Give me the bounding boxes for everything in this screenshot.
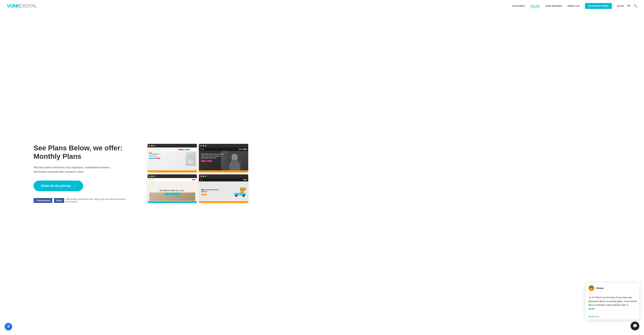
chat-icon: 💬 xyxy=(633,324,637,328)
nav-about-us[interactable]: ABOUT US xyxy=(568,5,580,7)
chat-body: 👋 Hi There! Let me know if you have any … xyxy=(586,293,639,313)
schedule-demo-button[interactable]: SCHEDULE DEMO xyxy=(585,3,612,9)
chat-reply-input[interactable] xyxy=(588,315,636,318)
chat-widget: 🧑 Vinnie 👋 Hi There! Let me know if you … xyxy=(586,283,639,330)
close-dot-3 xyxy=(149,176,150,177)
window-bar-3 xyxy=(148,174,197,178)
fb-share-button[interactable]: Share xyxy=(54,198,64,203)
sc4-body: 🏠ville Get Started Make your next movewi… xyxy=(199,178,248,203)
search-icon[interactable]: 🔍 xyxy=(634,4,637,8)
sc1-bottom: amanda@vonkdigital.com xyxy=(148,170,197,172)
screenshot-amanda-smith: Loans Pre-Qualify Calculator Loan Option… xyxy=(148,144,197,172)
logo-link[interactable]: VONKDIGITAL xyxy=(7,3,37,9)
close-dot-1 xyxy=(149,145,150,147)
hero-left: See Plans Below, we offer: Monthly Plans… xyxy=(34,144,134,203)
nav-pricing[interactable]: PRICING xyxy=(530,5,540,8)
window-bar-2 xyxy=(199,144,248,148)
nav-features[interactable]: FEATURES xyxy=(512,5,525,7)
sc3-headline: The Difference With Us, Is You... xyxy=(160,190,185,191)
minimize-dot-2 xyxy=(202,145,204,147)
cta-label: Show me the pricing xyxy=(41,184,70,188)
fb-icon: f xyxy=(36,199,36,202)
sc4-headline: Make your next movewith us. xyxy=(201,189,218,192)
svg-point-1 xyxy=(188,160,194,164)
screenshot-move: 🏠ville Get Started Make your next movewi… xyxy=(199,174,248,203)
hero-title: See Plans Below, we offer: Monthly Plans xyxy=(34,144,134,161)
cta-arrow-icon: → xyxy=(72,184,76,188)
sc3-nav: Barnstable Apply Now xyxy=(148,178,197,181)
screenshot-barnstable: Barnstable Apply Now The Difference With… xyxy=(148,174,197,203)
sc4-nav: 🏠ville Get Started xyxy=(199,178,248,181)
facebook-recommend: f Recommend Share 36K people recommend t… xyxy=(34,198,134,203)
chat-toggle-button[interactable]: 💬 xyxy=(630,321,639,330)
expand-dot-4 xyxy=(205,176,206,177)
window-bar-4 xyxy=(199,174,248,178)
fb-count-text: 36K people recommend this. Sign Up to se… xyxy=(66,198,134,203)
sc3-body: Barnstable Apply Now The Difference With… xyxy=(148,178,197,203)
minimize-dot-3 xyxy=(151,176,153,177)
chat-message: 👋 Hi There! Let me know if you have any … xyxy=(588,295,636,311)
chat-agent-name: Vinnie xyxy=(596,287,604,289)
show-pricing-button[interactable]: Show me the pricing → xyxy=(34,181,83,191)
close-dot-4 xyxy=(200,176,202,177)
svg-point-0 xyxy=(188,155,192,159)
minimize-dot-1 xyxy=(151,145,153,147)
sc2-body: Craigville Apply Now Get A Quote xyxy=(199,148,248,172)
screenshots-grid: Loans Pre-Qualify Calculator Loan Option… xyxy=(148,144,248,203)
hero-section: See Plans Below, we offer: Monthly Plans… xyxy=(0,12,644,335)
logo-text: VONKDIGITAL xyxy=(7,3,37,9)
nav-blog[interactable]: BLOG xyxy=(617,5,624,7)
sc1-body: Loans Pre-Qualify Calculator Loan Option… xyxy=(148,148,197,172)
sc1-avatar xyxy=(186,152,196,166)
chat-input-row xyxy=(586,313,639,319)
expand-dot-1 xyxy=(154,145,155,147)
sc2-headline: Confidently Make Attention-Getting offer… xyxy=(201,153,224,159)
chat-avatar: 🧑 xyxy=(588,285,594,291)
chat-here-link[interactable]: HERE xyxy=(588,307,595,310)
sc4-car-illustration xyxy=(234,188,246,197)
close-dot-2 xyxy=(200,145,202,147)
shopping-bag-icon[interactable]: 🛍 xyxy=(627,4,630,8)
nav-links: FEATURES PRICING VIEW DESIGNS ABOUT US S… xyxy=(512,4,637,8)
accessibility-icon: ♿ xyxy=(6,324,11,329)
nav-view-designs[interactable]: VIEW DESIGNS xyxy=(545,5,562,7)
expand-dot-2 xyxy=(205,145,206,147)
fb-signup-link[interactable]: Sign Up xyxy=(94,198,102,200)
screenshot-craigville: Craigville Apply Now Get A Quote xyxy=(199,144,248,172)
expand-dot-3 xyxy=(154,176,155,177)
accessibility-button[interactable]: ♿ xyxy=(5,323,12,330)
sc1-nav: Loans Pre-Qualify Calculator Loan Option… xyxy=(148,148,197,151)
chat-header: 🧑 Vinnie xyxy=(586,283,639,293)
chat-window: 🧑 Vinnie 👋 Hi There! Let me know if you … xyxy=(586,283,639,319)
minimize-dot-4 xyxy=(202,176,204,177)
window-bar-1 xyxy=(148,144,197,148)
navbar: VONKDIGITAL FEATURES PRICING VIEW DESIGN… xyxy=(0,0,644,12)
fb-recommend-button[interactable]: f Recommend xyxy=(34,198,52,203)
sc1-content: Hello,I'm Amanda Smith Loan Officer info… xyxy=(148,151,197,167)
sc2-nav: Craigville Apply Now Get A Quote xyxy=(199,148,248,151)
hero-subtitle: We help some of America's top originator… xyxy=(34,165,114,174)
